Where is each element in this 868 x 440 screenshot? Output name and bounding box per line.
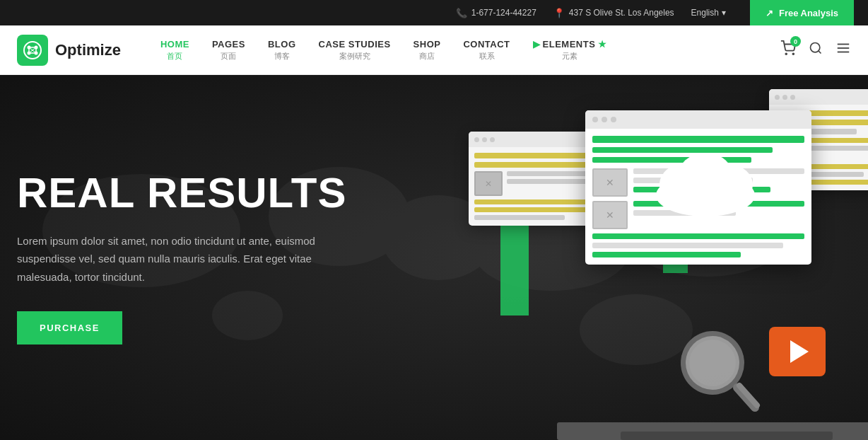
svg-point-12 <box>792 53 794 54</box>
nav-home[interactable]: HOME 首页 <box>149 25 201 75</box>
svg-point-11 <box>785 53 787 54</box>
hero-section: REAL RESULTS Lorem ipsum dolor sit amet,… <box>0 75 868 440</box>
play-button[interactable] <box>769 327 826 376</box>
trend-icon: ↗ <box>766 8 773 18</box>
magnifier <box>663 317 762 419</box>
address-text: 437 S Olive St. Los Angeles <box>569 8 674 18</box>
logo-text: Optimize <box>55 41 121 59</box>
nav-pages-en: PAGES <box>212 39 245 50</box>
nav-blog-zh: 博客 <box>274 52 290 61</box>
nav-arrow-icon: ▶ <box>533 39 540 50</box>
logo[interactable]: Optimize <box>17 35 121 66</box>
header-actions: 0 <box>780 40 851 59</box>
topbar: 📞 1-677-124-44227 📍 437 S Olive St. Los … <box>0 0 868 25</box>
nav-shop-zh: 商店 <box>419 52 435 61</box>
play-triangle-icon <box>790 340 809 363</box>
cart-icon[interactable]: 0 <box>780 40 796 59</box>
phone-number: 1-677-124-44227 <box>471 8 536 18</box>
nav-shop[interactable]: SHOP 商店 <box>402 25 452 75</box>
nav-pages[interactable]: PAGES 页面 <box>201 25 257 75</box>
phone-info: 📞 1-677-124-44227 <box>456 8 536 18</box>
nav-contact-en: CONTACT <box>463 39 510 50</box>
nav-home-zh: 首页 <box>167 52 182 61</box>
purchase-button[interactable]: PURCHASE <box>17 311 122 345</box>
language-label: English <box>691 8 719 18</box>
star-icon: ★ <box>598 39 606 50</box>
nav-case-studies-en: CASE STUDIES <box>319 39 391 50</box>
language-selector[interactable]: English ▾ <box>691 8 726 18</box>
nav-elements[interactable]: ▶ ELEMENTS ★ 元素 <box>522 25 618 75</box>
svg-point-31 <box>689 340 736 386</box>
svg-point-28 <box>708 165 753 204</box>
nav-case-studies-zh: 案例研究 <box>339 52 370 61</box>
nav-contact[interactable]: CONTACT 联系 <box>452 25 521 75</box>
nav-elements-zh: 元素 <box>562 52 577 61</box>
hero-title: REAL RESULTS <box>17 170 368 215</box>
address-info: 📍 437 S Olive St. Los Angeles <box>553 8 674 18</box>
nav-home-en: HOME <box>160 39 189 50</box>
chevron-down-icon: ▾ <box>722 8 726 18</box>
nav-pages-zh: 页面 <box>221 52 236 61</box>
phone-icon: 📞 <box>456 8 467 18</box>
hamburger-icon[interactable] <box>835 40 851 59</box>
svg-point-13 <box>811 43 820 52</box>
nav-contact-zh: 联系 <box>479 52 495 61</box>
main-nav: HOME 首页 PAGES 页面 BLOG 博客 CASE STUDIES 案例… <box>149 25 780 75</box>
cart-badge: 0 <box>790 36 801 47</box>
nav-shop-en: SHOP <box>414 39 441 50</box>
header: Optimize HOME 首页 PAGES 页面 BLOG 博客 CASE S… <box>0 25 868 75</box>
nav-elements-en: ELEMENTS <box>543 39 596 50</box>
hero-description: Lorem ipsum dolor sit amet, non odio tin… <box>17 232 368 286</box>
logo-icon <box>17 35 48 66</box>
nav-blog[interactable]: BLOG 博客 <box>257 25 307 75</box>
free-analysis-button[interactable]: ↗ Free Analysis <box>750 0 854 25</box>
nav-blog-en: BLOG <box>268 39 296 50</box>
location-icon: 📍 <box>553 8 565 18</box>
cloud-shape <box>649 146 762 219</box>
logo-svg <box>23 40 42 60</box>
search-icon[interactable] <box>809 41 823 59</box>
nav-case-studies[interactable]: CASE STUDIES 案例研究 <box>307 25 402 75</box>
svg-line-14 <box>819 51 821 54</box>
monitor-base <box>621 432 833 440</box>
hero-content: REAL RESULTS Lorem ipsum dolor sit amet,… <box>0 128 396 388</box>
hero-illustration: ✕ <box>359 75 868 440</box>
free-analysis-label: Free Analysis <box>779 8 838 18</box>
